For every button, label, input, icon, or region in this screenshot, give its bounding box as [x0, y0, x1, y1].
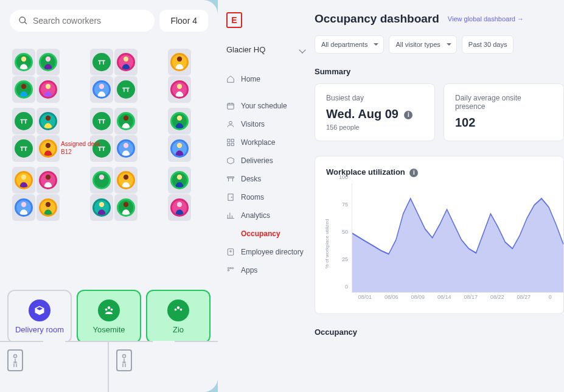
nav-deliveries[interactable]: Deliveries: [226, 152, 312, 170]
workplace-icon: [226, 138, 235, 147]
desk[interactable]: [168, 135, 191, 162]
svg-point-9: [99, 84, 104, 89]
floor-map-panel: Floor 4: [0, 0, 218, 392]
desk[interactable]: [90, 49, 113, 75]
svg-rect-55: [231, 143, 234, 145]
svg-point-32: [21, 175, 26, 180]
filter-period[interactable]: Past 30 days: [462, 35, 514, 54]
meeting-room-icon: [98, 299, 120, 321]
info-icon[interactable]: i: [409, 169, 418, 177]
svg-point-58: [231, 197, 232, 197]
nav-workplace[interactable]: Workplace: [226, 133, 312, 152]
nav-visitors[interactable]: Visitors: [226, 115, 312, 133]
svg-point-36: [177, 175, 182, 180]
desk[interactable]: [37, 167, 60, 194]
floor-selector-button[interactable]: Floor 4: [159, 10, 208, 32]
desks-icon: [226, 175, 235, 183]
svg-point-40: [124, 202, 128, 207]
nav-employee-directory[interactable]: Employee directory: [226, 243, 312, 261]
chart-plot[interactable]: [352, 183, 563, 293]
desk[interactable]: [37, 135, 60, 162]
desk[interactable]: [37, 108, 60, 135]
occupancy-heading: Occupancy: [315, 327, 564, 337]
desk-area[interactable]: Assigned desk B12: [0, 41, 218, 248]
desk[interactable]: [114, 49, 138, 75]
filter-departments[interactable]: All departments: [315, 35, 384, 54]
desk[interactable]: [168, 194, 191, 221]
desk[interactable]: [114, 194, 138, 221]
svg-rect-56: [228, 177, 234, 178]
svg-point-60: [230, 251, 231, 252]
nav-apps[interactable]: Apps: [226, 261, 312, 279]
desk[interactable]: [114, 108, 138, 135]
svg-point-5: [124, 57, 128, 61]
desk[interactable]: [12, 49, 35, 75]
desk[interactable]: [90, 194, 113, 221]
desk[interactable]: [12, 135, 35, 162]
svg-point-1: [46, 57, 50, 61]
info-icon[interactable]: i: [404, 111, 413, 119]
svg-point-22: [177, 116, 182, 121]
room-delivery[interactable]: Delivery room: [7, 290, 72, 343]
desk[interactable]: [37, 76, 60, 103]
card-value: 102: [455, 116, 552, 130]
card-sub: 156 people: [326, 124, 423, 131]
nav-occupancy[interactable]: Occupancy: [226, 225, 312, 243]
svg-rect-23: [20, 147, 27, 148]
nav-analytics[interactable]: Analytics: [226, 206, 312, 225]
svg-rect-12: [127, 88, 128, 92]
svg-point-26: [46, 143, 50, 148]
nav-your-schedule[interactable]: Your schedule: [226, 97, 312, 115]
location-selector[interactable]: Glacier HQ: [226, 40, 312, 59]
svg-point-41: [177, 202, 182, 207]
desk[interactable]: [90, 108, 113, 135]
desk[interactable]: [12, 76, 35, 103]
svg-point-46: [175, 308, 177, 310]
logo[interactable]: E: [226, 12, 242, 28]
room-yosemite[interactable]: Yosemite: [77, 290, 141, 343]
restroom-icon: [116, 349, 132, 371]
desk[interactable]: [114, 135, 138, 162]
page-title: Occupancy dashboard: [315, 12, 439, 26]
filter-visitor-types[interactable]: All visitor types: [389, 35, 456, 54]
desk[interactable]: [37, 49, 60, 75]
svg-rect-18: [98, 119, 105, 121]
deliveries-icon: [226, 156, 235, 165]
assigned-desk-label: Assigned desk B12: [61, 140, 100, 156]
search-input[interactable]: [33, 16, 146, 26]
desk[interactable]: [168, 76, 191, 103]
card-value: Wed. Aug 09 i: [326, 107, 423, 121]
desk[interactable]: [90, 167, 113, 194]
svg-point-49: [123, 355, 126, 358]
svg-point-6: [177, 57, 182, 61]
desk[interactable]: [12, 194, 35, 221]
svg-rect-14: [20, 119, 27, 121]
nav-desks[interactable]: Desks: [226, 170, 312, 188]
search-wrapper[interactable]: [10, 10, 155, 32]
desk[interactable]: [114, 76, 138, 103]
nav-rooms[interactable]: Rooms: [226, 188, 312, 206]
desk[interactable]: [12, 108, 35, 135]
svg-point-0: [21, 57, 26, 61]
room-zion[interactable]: Zio: [146, 290, 211, 343]
svg-point-44: [111, 308, 113, 310]
card-label: Daily average onsite presence: [455, 94, 552, 111]
nav-home[interactable]: Home: [226, 70, 312, 88]
svg-point-38: [46, 202, 50, 207]
chart-title: Workplace utilization i: [326, 167, 563, 177]
desk[interactable]: [12, 167, 35, 194]
desk-available-icon: [117, 80, 135, 99]
desk[interactable]: [90, 76, 113, 103]
apps-icon: [226, 266, 235, 275]
desk[interactable]: [168, 108, 191, 135]
desk[interactable]: [37, 194, 60, 221]
view-global-dashboard-link[interactable]: View global dashboard →: [448, 15, 524, 23]
svg-rect-4: [103, 61, 104, 65]
desk[interactable]: [168, 167, 191, 194]
location-label: Glacier HQ: [226, 45, 265, 54]
svg-rect-25: [25, 147, 26, 151]
svg-point-51: [229, 121, 232, 124]
desk[interactable]: [168, 49, 191, 75]
desk[interactable]: [114, 167, 138, 194]
svg-point-39: [99, 202, 104, 207]
